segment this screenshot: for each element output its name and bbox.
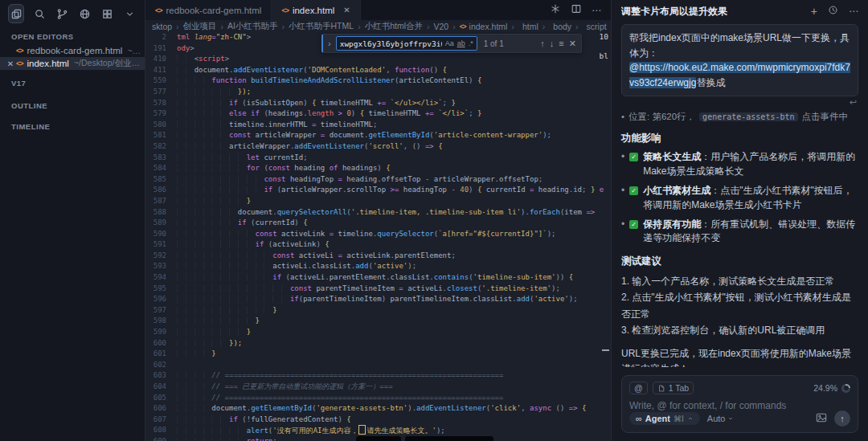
code-line[interactable]: 594 if (activeLi.parentElement.classList… [145,272,611,284]
open-editors-header[interactable]: OPEN EDITORS [0,27,145,44]
code-line[interactable]: 603 // =================================… [145,370,611,382]
globe-icon[interactable] [77,5,92,22]
breadcrumb-separator: › [542,22,546,31]
code-line[interactable]: 604 // === 已更新为带自动重试功能的逻辑（方案一）=== [145,382,611,393]
code-line[interactable]: 599 } [145,327,611,338]
feature-item: • ✓ 策略长文生成：用户输入产品名称后，将调用新的Make场景生成策略长文 [621,150,858,178]
code-line[interactable]: 583 let currentId; [145,153,611,164]
code-editor[interactable]: 2tml lang="zh-CN">191ody>410 <script>411… [145,32,611,441]
open-editor-item-active[interactable]: ✕ <> index.html ~/Desktop/创业项目/... [0,57,145,70]
breadcrumb-item[interactable]: AI小红书助手 [227,21,277,32]
regex-toggle[interactable]: .* [469,39,473,47]
line-number: 594 [145,272,177,284]
open-editor-item[interactable]: <> redbook-card-gem.html ~/De... [0,44,145,57]
find-input[interactable]: xwpgxl6y3l6ybjoffrpv3i6s Aa ab .* [336,36,477,51]
code-line[interactable]: 585 const headingTop = heading.offsetTop… [145,174,611,186]
code-line[interactable]: 606 document.getElementById('generate-as… [145,403,611,414]
agent-mode-selector[interactable]: ∞ Agent ⌘I [629,412,700,425]
code-line[interactable]: 593 activeLi.classList.add('active'); [145,261,611,272]
code-line[interactable]: 607 if (!fullGeneratedContent) { [145,414,611,426]
code-line[interactable]: 577 }); [145,87,611,98]
section-v17[interactable]: V17 [0,73,145,91]
code-line[interactable]: 589 if (currentId) { [145,218,611,229]
code-line[interactable]: 590 const activeLink = timeline.querySel… [145,229,611,240]
code-line[interactable]: 579 else if (headings.length > 0) { time… [145,108,611,120]
code-line[interactable]: 592 const activeLi = activeLink.parentEl… [145,251,611,262]
line-number: 604 [145,382,177,393]
code-line[interactable]: 602 [145,360,611,371]
code-line[interactable]: 597 } [145,305,611,316]
close-icon[interactable]: ✕ [5,59,16,68]
history-icon[interactable] [828,5,838,18]
breadcrumb-item[interactable]: body [553,22,571,31]
split-editor-icon[interactable] [571,3,582,17]
code-line[interactable]: 600 }); [145,338,611,349]
send-button[interactable]: ↑ [834,410,850,427]
breadcrumb-item[interactable]: 小红书html合并 [365,21,423,32]
code-line[interactable]: 410 <script> [145,54,611,65]
breadcrumb-item[interactable]: sktop [152,22,172,31]
usage-ring-icon [841,384,850,393]
section-outline[interactable]: OUTLINE [0,96,145,113]
code-line[interactable]: 582 articleWrapper.addEventListener('scr… [145,141,611,153]
breadcrumb-item[interactable]: html [522,22,538,31]
search-icon[interactable] [32,5,47,22]
close-find-icon[interactable]: ✕ [569,39,576,49]
breadcrumb-item[interactable]: V20 [433,22,448,31]
line-number: 578 [145,98,177,109]
chat-input-box[interactable]: @ 1 Tab 24.9% Write, @ for context, / fo… [621,375,858,433]
match-case-toggle[interactable]: Aa [445,39,454,47]
code-line[interactable]: 578 if (isSublistOpen) { timelineHTML +=… [145,98,611,109]
tab-context-chip[interactable]: 1 Tab [653,382,694,394]
find-query: xwpgxl6y3l6ybjoffrpv3i6s [340,39,442,48]
breadcrumb-item[interactable]: 小红书助手HTML [289,21,354,32]
code-line[interactable]: 608 alert('没有可用的AI生成内容，请先生成策略长文。'); [145,425,611,436]
breadcrumb-item[interactable]: 创业项目 [183,21,217,32]
code-line[interactable]: 559 function buildTimelineAndAddScrollLi… [145,76,611,87]
ai-logo-icon[interactable] [550,3,561,17]
model-selector[interactable]: Auto [707,414,735,423]
breadcrumb-item[interactable]: index.html [469,22,508,31]
extensions-icon[interactable] [100,5,114,22]
breadcrumb-item[interactable]: script [587,22,607,31]
breadcrumb[interactable]: sktop›创业项目›AI小红书助手›小红书助手HTML›小红书html合并›V… [145,20,611,32]
section-timeline[interactable]: TIMELINE [0,116,145,134]
attach-image-icon[interactable] [816,412,827,426]
new-chat-icon[interactable]: + [811,5,817,18]
close-tab-icon[interactable]: ✕ [343,6,350,14]
whole-word-toggle[interactable]: ab [457,39,465,47]
chevron-down-icon[interactable] [122,5,137,22]
tab-index-html[interactable]: <> index.html ✕ [272,0,360,20]
source-control-icon[interactable] [55,5,69,22]
code-line[interactable]: 605 // =================================… [145,393,611,404]
more-actions-icon[interactable]: ⋯ [592,5,601,16]
message-text: 帮我把index页面中的make场景URL做一下更换，具体为： [629,32,850,59]
next-match-icon[interactable]: ↓ [550,39,555,48]
add-context-button[interactable]: @ [629,382,648,394]
code-line[interactable]: 584 for (const heading of headings) { [145,163,611,174]
tab-redbook-card-gem[interactable]: <> redbook-card-gem.html [145,0,272,20]
scrollbar-handle[interactable] [356,436,401,441]
chat-input-placeholder[interactable]: Write, @ for context, / for commands [629,400,850,411]
code-line[interactable]: 581 const articleWrapper = document.getE… [145,130,611,141]
code-line[interactable]: 591 if (activeLink) { [145,239,611,251]
code-line[interactable]: 588 document.querySelectorAll('.timeline… [145,207,611,218]
restore-checkpoint-icon[interactable]: ↩ [850,97,857,108]
code-line[interactable]: 587 } [145,196,611,207]
code-line[interactable]: 411 document.addEventListener('DOMConten… [145,65,611,76]
files-icon[interactable] [8,4,24,23]
code-line[interactable]: 598 } [145,316,611,327]
code-line[interactable]: 586 if (articleWrapper.scrollTop >= head… [145,185,611,196]
scrollbar-handle[interactable] [405,436,493,441]
line-number: 577 [145,87,177,98]
user-message[interactable]: 帮我把index页面中的make场景URL做一下更换，具体为： @https:/… [621,24,858,96]
code-line[interactable]: 595 const parentTimelineItem = activeLi.… [145,284,611,295]
code-line[interactable]: 596 if(parentTimelineItem) parentTimelin… [145,294,611,305]
previous-match-icon[interactable]: ↑ [540,39,545,48]
find-collapse-icon[interactable]: › [328,39,331,48]
find-in-selection-icon[interactable]: ≡ [559,39,563,48]
more-options-icon[interactable]: ⋯ [849,6,858,17]
code-line[interactable]: 601 } [145,349,611,360]
code-line[interactable]: 580 timeline.innerHTML = timelineHTML; [145,120,611,131]
bullet: • [621,150,624,178]
